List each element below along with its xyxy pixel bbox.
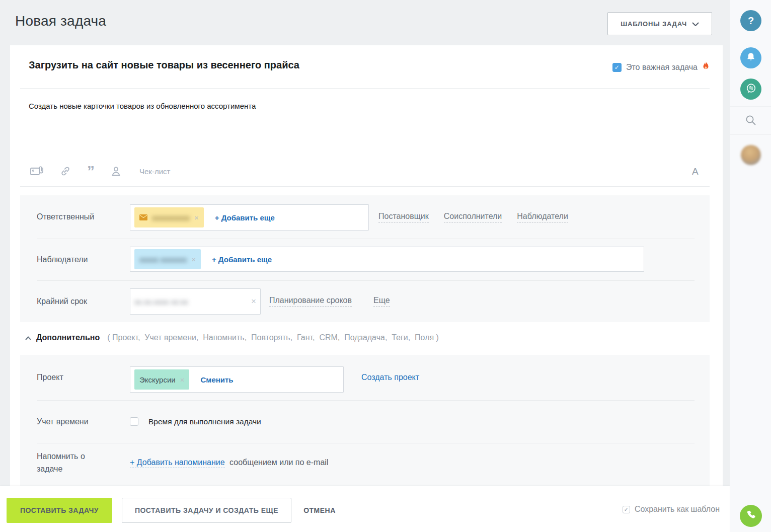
mention-person-icon[interactable]: [111, 166, 121, 177]
save-as-template-control: ✓ Сохранить как шаблон: [623, 486, 720, 532]
phone-call-button[interactable]: [740, 505, 762, 527]
search-button[interactable]: [744, 114, 757, 129]
chat-bubble-icon: [745, 83, 757, 96]
additional-fields-panel: Проект Экскурсии × Сменить Создать проек…: [20, 355, 710, 486]
editor-toolbar: ” Чек-лист: [30, 162, 170, 180]
envelope-icon: [139, 213, 147, 222]
font-format-button[interactable]: A: [692, 166, 699, 177]
reminder-content: + Добавить напоминание сообщением или по…: [130, 458, 328, 467]
check-icon: ✓: [624, 506, 629, 513]
observer-chip[interactable]: xxxxx xxxxxxx ×: [134, 249, 201, 269]
main-fields-panel: Ответственный xxxxxxxxxx × + Добавить ещ…: [20, 195, 710, 322]
responsible-chip[interactable]: xxxxxxxxxx ×: [134, 207, 204, 227]
add-reminder-link[interactable]: + Добавить напоминание: [130, 458, 225, 468]
bell-icon: [746, 52, 756, 64]
deadline-input[interactable]: xx.xx.xxxx xx:xx ×: [130, 288, 261, 315]
deadline-label: Крайний срок: [37, 297, 87, 306]
project-change-link[interactable]: Сменить: [200, 375, 233, 384]
templates-button-label: ШАБЛОНЫ ЗАДАЧ: [621, 20, 687, 28]
time-tracking-row: Учет времени Время для выполнения задачи: [20, 400, 710, 443]
chevron-up-icon: [25, 333, 31, 342]
task-create-page: Новая задача ШАБЛОНЫ ЗАДАЧ Загрузить на …: [0, 0, 771, 532]
clear-date-icon[interactable]: ×: [251, 296, 256, 307]
time-tracking-checkbox-label: Время для выполнения задачи: [148, 417, 261, 426]
responsible-row: Ответственный xxxxxxxxxx × + Добавить ещ…: [20, 195, 710, 239]
originator-link[interactable]: Постановщик: [378, 212, 429, 222]
checklist-button[interactable]: Чек-лист: [139, 167, 170, 176]
page-title: Новая задача: [15, 13, 106, 29]
cancel-button[interactable]: ОТМЕНА: [302, 498, 337, 523]
quote-icon[interactable]: ”: [87, 165, 95, 177]
observers-input[interactable]: xxxxx xxxxxxx × + Добавить еще: [130, 247, 644, 272]
project-input[interactable]: Экскурсии × Сменить: [130, 366, 344, 393]
reminder-label: Напомнить о задаче: [37, 450, 112, 475]
submit-and-create-more-button[interactable]: ПОСТАВИТЬ ЗАДАЧУ И СОЗДАТЬ ЕЩЕ: [122, 498, 291, 523]
additional-label[interactable]: Дополнительно: [36, 333, 100, 342]
project-row: Проект Экскурсии × Сменить Создать проек…: [20, 355, 710, 400]
role-links: Постановщик Соисполнители Наблюдатели: [378, 212, 568, 222]
search-icon: [744, 120, 757, 128]
divider: [730, 106, 771, 107]
important-task-label: Это важная задача: [626, 63, 698, 72]
remove-chip-icon[interactable]: ×: [194, 213, 199, 222]
task-templates-button[interactable]: ШАБЛОНЫ ЗАДАЧ: [607, 12, 712, 35]
responsible-chip-name: xxxxxxxxxx: [152, 213, 190, 222]
project-chip-name: Экскурсии: [139, 375, 176, 384]
avatar[interactable]: [741, 145, 761, 165]
divider: [20, 88, 710, 89]
task-form-card: Загрузить на сайт новые товары из весенн…: [10, 45, 723, 486]
footer-bar: ПОСТАВИТЬ ЗАДАЧУ ПОСТАВИТЬ ЗАДАЧУ И СОЗД…: [0, 486, 730, 532]
responsible-add-more-link[interactable]: + Добавить еще: [215, 213, 275, 222]
observers-label: Наблюдатели: [37, 255, 88, 264]
submit-task-button[interactable]: ПОСТАВИТЬ ЗАДАЧУ: [7, 498, 112, 523]
reminder-suffix: сообщением или по e-mail: [229, 458, 328, 467]
remove-chip-icon[interactable]: ×: [180, 375, 185, 384]
phone-icon: [745, 509, 756, 522]
create-project-link[interactable]: Создать проект: [361, 373, 419, 382]
flame-icon: [702, 61, 710, 73]
divider: [20, 186, 710, 187]
deadline-row: Крайний срок xx.xx.xxxx xx:xx × Планиров…: [20, 280, 710, 322]
project-chip[interactable]: Экскурсии ×: [134, 369, 189, 390]
remove-chip-icon[interactable]: ×: [191, 255, 196, 264]
reminder-row: Напомнить о задаче + Добавить напоминани…: [20, 443, 710, 486]
insert-link-icon[interactable]: [60, 166, 71, 177]
time-tracking-checkbox[interactable]: [130, 417, 138, 426]
observers-add-more-link[interactable]: + Добавить еще: [212, 255, 272, 264]
additional-summary: ( Проект, Учет времени, Напомнить, Повто…: [107, 333, 439, 342]
time-tracking-label: Учет времени: [37, 417, 89, 426]
observers-link[interactable]: Наблюдатели: [517, 212, 568, 222]
responsible-label: Ответственный: [37, 212, 94, 221]
coexecutors-link[interactable]: Соисполнители: [444, 212, 502, 222]
task-description-input[interactable]: Создать новые карточки товаров из обновл…: [29, 102, 256, 110]
deadline-value: xx.xx.xxxx xx:xx: [134, 297, 188, 306]
right-toolbar: ?: [730, 0, 771, 532]
chat-button[interactable]: [740, 79, 761, 100]
help-button[interactable]: ?: [740, 10, 761, 31]
observers-row: Наблюдатели xxxxx xxxxxxx × + Добавить е…: [20, 239, 710, 280]
notifications-button[interactable]: [740, 47, 761, 68]
save-template-label: Сохранить как шаблон: [635, 505, 720, 514]
task-title-input[interactable]: Загрузить на сайт новые товары из весенн…: [29, 59, 299, 71]
responsible-input[interactable]: xxxxxxxxxx × + Добавить еще: [130, 204, 369, 231]
divider: [730, 134, 771, 135]
attach-image-icon[interactable]: [30, 166, 44, 177]
additional-section-toggle[interactable]: Дополнительно ( Проект, Учет времени, На…: [25, 333, 439, 342]
schedule-planning-link[interactable]: Планирование сроков: [269, 296, 352, 307]
question-mark-icon: ?: [748, 15, 754, 27]
chevron-down-icon: [692, 20, 699, 28]
important-task-checkbox[interactable]: ✓: [612, 63, 622, 72]
more-link[interactable]: Еще: [373, 296, 390, 307]
save-template-checkbox[interactable]: ✓: [623, 506, 630, 513]
observer-chip-name: xxxxx xxxxxxx: [139, 255, 187, 264]
project-label: Проект: [37, 373, 63, 382]
important-task-control: ✓ Это важная задача: [612, 61, 710, 73]
check-icon: ✓: [614, 64, 620, 71]
